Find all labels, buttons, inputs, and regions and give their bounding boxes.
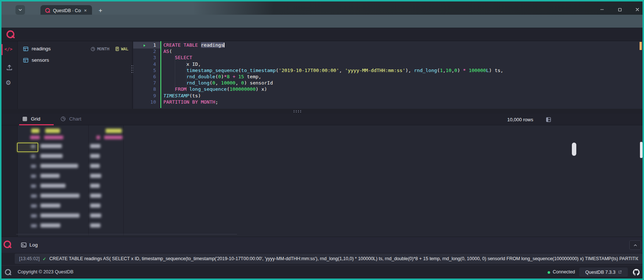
connected-status-dot [548, 271, 550, 274]
selected-cell-outline[interactable] [17, 143, 38, 152]
tab-grid[interactable]: Grid [22, 116, 40, 122]
questdb-console-window: QuestDB · Console × + localhost:9000 G a [0, 0, 644, 280]
gutter-separator [160, 41, 161, 108]
tab-actions-button[interactable] [15, 5, 25, 15]
redacted-cell [90, 194, 101, 198]
table-name: readings [32, 46, 51, 51]
line-numbers: 12345678910 [133, 42, 156, 105]
redacted-cell [31, 155, 35, 158]
redacted-cell [45, 129, 60, 133]
connected-status-label: Connected [553, 269, 575, 274]
wal-doc-icon [115, 46, 120, 51]
wal-badge: WAL [121, 47, 128, 51]
code-lines[interactable]: CREATE TABLE readingsAS( SELECT x ID, ti… [163, 42, 503, 105]
browser-tab-strip: QuestDB · Console × + [1, 1, 643, 15]
log-entry: [13:45:02] ✓ CREATE TABLE readings AS( S… [15, 254, 643, 264]
splitter-drag-dots [293, 110, 302, 113]
results-tab-bar: Grid Chart 10,000 rows CSV [1, 114, 643, 125]
redacted-cell [96, 136, 100, 139]
redacted-cell [40, 144, 62, 148]
redacted-cell [40, 154, 63, 158]
redacted-cell [31, 214, 37, 218]
horizontal-splitter[interactable] [1, 109, 643, 114]
browser-address-bar: localhost:9000 G a ☆ 99+ ON FE ✓ ⋮ [1, 15, 643, 28]
table-row-sensors[interactable]: sensors [18, 55, 132, 66]
import-upload-icon[interactable] [6, 64, 13, 71]
version-chip[interactable]: QuestDB 7.3.3 [579, 268, 628, 277]
questdb-logo [6, 30, 16, 40]
tab-title: QuestDB · Console [53, 8, 81, 13]
questdb-toolbar: Tables Create Run Feedback ? [1, 28, 643, 41]
window-close-button[interactable] [634, 6, 641, 13]
chevron-up-icon [633, 243, 638, 248]
new-tab-button[interactable]: + [96, 7, 105, 15]
maximize-icon [618, 7, 622, 12]
redacted-cell [40, 164, 78, 168]
freeze-columns-icon[interactable] [545, 116, 552, 123]
table-icon [23, 46, 29, 52]
minimize-icon [599, 7, 605, 12]
partition-clock-icon [91, 47, 95, 51]
column-divider [123, 125, 124, 235]
grid-vertical-scrollbar-thumb[interactable] [640, 142, 643, 158]
redacted-cell [31, 194, 37, 198]
github-icon[interactable] [632, 268, 640, 276]
table-row-readings[interactable]: readings MONTH WAL [18, 43, 132, 54]
redacted-cell [31, 224, 37, 227]
sql-editor[interactable]: 12345678910 CREATE TABLE readingsAS( SEL… [133, 41, 643, 109]
redacted-cell [40, 184, 66, 188]
tab-close-icon[interactable]: × [82, 8, 88, 14]
log-panel-header: Log [1, 237, 643, 253]
window-maximize-button[interactable] [616, 6, 623, 13]
redacted-cell [104, 136, 123, 139]
redacted-cell [90, 154, 100, 158]
redacted-cell [31, 129, 39, 133]
terminal-icon [21, 242, 27, 248]
redacted-cell [40, 213, 79, 218]
grid-tab-label: Grid [31, 116, 40, 122]
redacted-cell [31, 204, 37, 208]
sql-editor-rail-icon[interactable]: </> [4, 47, 13, 52]
redacted-cell [31, 175, 36, 178]
column-divider [88, 125, 89, 235]
table-name: sensors [32, 57, 49, 63]
collapse-log-button[interactable] [629, 240, 641, 250]
success-check-icon: ✓ [43, 256, 46, 262]
grid-bottom-hairline [16, 234, 237, 234]
window-minimize-button[interactable] [598, 6, 606, 13]
editor-scroll-marker [640, 42, 642, 50]
results-grid[interactable] [18, 125, 643, 237]
log-title: Log [29, 242, 38, 248]
grid-scroll-indicator[interactable] [572, 143, 576, 156]
redacted-cell [31, 165, 36, 168]
redacted-cell [44, 136, 63, 139]
redacted-cell [90, 184, 100, 188]
grid-icon [22, 116, 28, 122]
chevron-down-icon [18, 7, 23, 12]
redacted-cell [40, 204, 60, 208]
active-rail-indicator [1, 44, 3, 55]
close-icon [635, 7, 640, 12]
redacted-cell [40, 223, 60, 227]
footer-bar: Copyright © 2023 QuestDB Connected Quest… [1, 265, 643, 279]
log-timestamp: [13:45:02] [19, 256, 40, 261]
redacted-cell [30, 136, 40, 139]
table-icon [23, 57, 29, 63]
external-link-icon [618, 270, 622, 274]
row-count: 10,000 rows [495, 117, 533, 122]
redacted-cell [90, 174, 101, 178]
redacted-cell [40, 194, 79, 198]
questdb-favicon [45, 8, 51, 14]
redacted-cell [31, 184, 36, 188]
tab-chart[interactable]: Chart [60, 116, 81, 122]
copyright-text: Copyright © 2023 QuestDB [18, 269, 74, 274]
redacted-cell [106, 129, 122, 133]
settings-gear-icon[interactable]: ⚙ [6, 79, 11, 87]
chart-tab-label: Chart [69, 116, 81, 122]
questdb-mark-gray [4, 269, 12, 276]
tables-panel: readings MONTH WAL sensors [18, 41, 132, 109]
redacted-cell [90, 223, 100, 227]
questdb-mark-small [3, 240, 13, 250]
redacted-cell [40, 174, 60, 178]
pie-chart-icon [60, 116, 66, 122]
